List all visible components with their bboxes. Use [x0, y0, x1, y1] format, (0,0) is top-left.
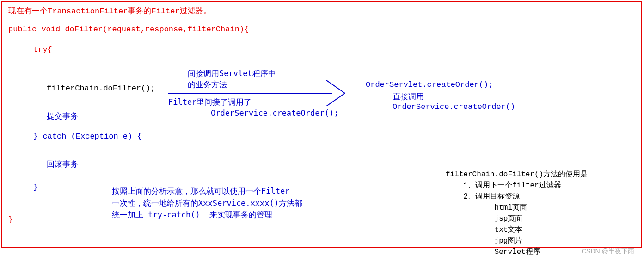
svg-line-0 [326, 80, 345, 93]
svg-line-1 [326, 93, 345, 106]
code-dofilter-call: filterChain.doFilter(); [47, 84, 155, 93]
code-brace-close-outer: } [8, 215, 13, 224]
arrow-label-above: 间接调用Servlet程序中 的业务方法 [188, 68, 276, 90]
code-catch-line: } catch (Exception e) { [33, 132, 142, 141]
code-commit-transaction: 提交事务 [47, 111, 78, 121]
code-signature: public void doFilter(request,response,fi… [8, 25, 249, 34]
watermark-text: CSDN @半夜下雨 [582, 247, 634, 256]
arrow-label-below: Filter里间接了调用了 OrderService.createOrder()… [168, 97, 338, 119]
code-try-open: try{ [33, 45, 52, 54]
dofilter-usage-note: filterChain.doFilter()方法的使用是 1、调用下一个filt… [446, 169, 588, 258]
title-text: 现在有一个TransactionFilter事务的Filter过滤器。 [8, 6, 211, 16]
arrow-head-icon [326, 80, 348, 106]
target-servlet-call: OrderServlet.createOrder(); [366, 80, 493, 89]
code-brace-close-inner: } [33, 183, 38, 192]
target-direct-call-label: 直接调用 [393, 91, 424, 102]
code-rollback-transaction: 回滚事务 [47, 159, 78, 169]
arrow-shaft [168, 93, 332, 94]
diagram-frame: 现在有一个TransactionFilter事务的Filter过滤器。 publ… [1, 1, 642, 248]
analysis-note: 按照上面的分析示意，那么就可以使用一个Filter 一次性，统一地给所有的Xxx… [112, 186, 302, 221]
target-service-call: OrderService.createOrder() [393, 102, 515, 111]
